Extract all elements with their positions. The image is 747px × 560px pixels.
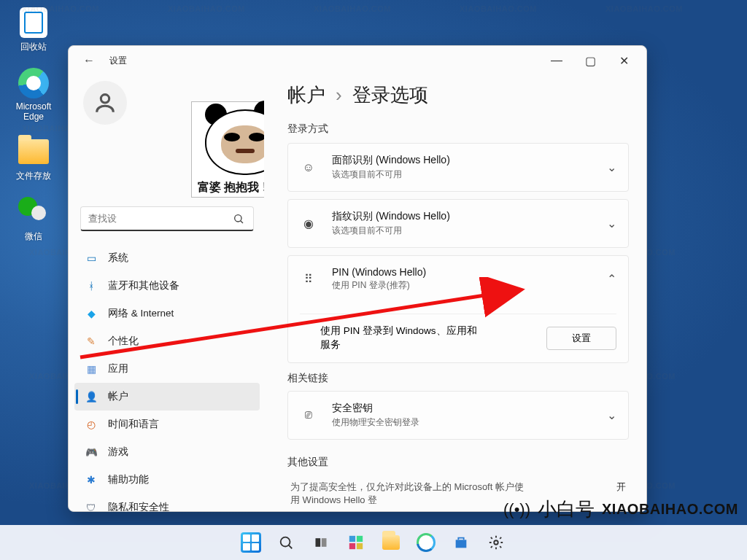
window-title: 设置 <box>109 55 127 67</box>
pin-setup-button[interactable]: 设置 <box>546 327 616 350</box>
nav-accounts[interactable]: 👤帐户 <box>74 383 260 411</box>
related-links-label: 相关链接 <box>287 372 629 385</box>
chevron-right-icon: › <box>336 84 342 106</box>
person-icon <box>93 90 117 115</box>
file-storage-folder[interactable]: 文件存放 <box>7 136 60 182</box>
section-signin-methods: 登录方式 <box>287 122 629 136</box>
svg-rect-6 <box>349 536 355 542</box>
option-pin[interactable]: ⠿ PIN (Windows Hello) 使用 PIN 登录(推荐) ⌃ 使用… <box>287 255 629 363</box>
nav-time-language[interactable]: ◴时间和语言 <box>74 411 260 438</box>
nav-list: ▭系统 ᚼ蓝牙和其他设备 ◆网络 & Internet ✎个性化 ▦应用 👤帐户… <box>74 240 264 511</box>
chevron-down-icon: ⌄ <box>607 217 616 230</box>
svg-point-0 <box>101 95 109 103</box>
nav-gaming[interactable]: 🎮游戏 <box>74 438 260 466</box>
chevron-up-icon: ⌃ <box>607 272 616 286</box>
nav-apps[interactable]: ▦应用 <box>74 355 260 383</box>
taskbar-widgets[interactable] <box>341 528 371 557</box>
broadcast-icon: ((•)) <box>503 500 530 519</box>
pin-icon: ⠿ <box>300 272 317 286</box>
svg-rect-5 <box>322 538 327 547</box>
taskbar-search[interactable] <box>271 528 301 557</box>
nav-privacy[interactable]: 🛡隐私和安全性 <box>74 494 260 511</box>
search-input[interactable] <box>81 213 224 224</box>
taskbar <box>0 525 747 560</box>
nav-personalization[interactable]: ✎个性化 <box>74 327 260 355</box>
svg-rect-7 <box>357 536 363 542</box>
svg-rect-4 <box>316 538 321 547</box>
nav-bluetooth[interactable]: ᚼ蓝牙和其他设备 <box>74 272 260 300</box>
start-button[interactable] <box>236 528 266 557</box>
wifi-icon: ◆ <box>85 307 98 320</box>
settings-window: ← 设置 — ▢ ✕ 富婆 抱抱我 ! <box>68 45 647 512</box>
brush-icon: ✎ <box>85 335 98 348</box>
clock-icon: ◴ <box>85 418 98 431</box>
svg-point-3 <box>281 537 290 547</box>
minimize-button[interactable]: — <box>540 49 573 72</box>
back-button[interactable]: ← <box>80 54 98 67</box>
breadcrumb: 帐户 › 登录选项 <box>287 82 629 108</box>
nav-system[interactable]: ▭系统 <box>74 244 260 272</box>
taskbar-edge[interactable] <box>411 528 441 557</box>
svg-rect-8 <box>349 543 355 549</box>
recycle-bin[interactable]: 回收站 <box>7 7 60 53</box>
desktop-icons: 回收站 Microsoft Edge 文件存放 微信 <box>7 7 60 243</box>
svg-point-10 <box>494 540 498 545</box>
search-box[interactable] <box>80 206 254 231</box>
chevron-down-icon: ⌄ <box>607 160 616 174</box>
option-fingerprint[interactable]: ◉ 指纹识别 (Windows Hello) 该选项目前不可用 ⌄ <box>287 199 629 248</box>
section-other-settings: 其他设置 <box>287 456 629 469</box>
taskbar-explorer[interactable] <box>376 528 406 557</box>
content-scroll[interactable]: 帐户 › 登录选项 登录方式 ☺ 面部识别 (Windows Hello) 该选… <box>287 82 646 504</box>
svg-rect-9 <box>357 543 363 549</box>
taskbar-taskview[interactable] <box>306 528 336 557</box>
crumb-accounts[interactable]: 帐户 <box>287 82 325 108</box>
chevron-down-icon: ⌄ <box>607 408 616 422</box>
taskbar-store[interactable] <box>446 528 476 557</box>
svg-point-1 <box>235 214 241 221</box>
accessibility-icon: ✱ <box>85 473 98 486</box>
wechat[interactable]: 微信 <box>7 197 60 243</box>
option-security-key[interactable]: ⎚ 安全密钥 使用物理安全密钥登录 ⌄ <box>287 391 629 440</box>
avatar <box>83 81 127 125</box>
footer-hint: 为了提高安全性，仅允许对此设备上的 Microsoft 帐户使用 Windows… <box>290 481 524 504</box>
bluetooth-icon: ᚼ <box>85 279 98 292</box>
usb-key-icon: ⎚ <box>300 408 317 421</box>
pin-sub-row: 使用 PIN 登录到 Windows、应用和服务 设置 <box>300 314 616 352</box>
content-pane: 帐户 › 登录选项 登录方式 ☺ 面部识别 (Windows Hello) 该选… <box>264 75 646 511</box>
search-icon[interactable] <box>224 213 253 225</box>
gamepad-icon: 🎮 <box>85 446 98 459</box>
sidebar: 富婆 抱抱我 ! ▭系统 ᚼ蓝牙和其他设备 ◆网络 & Internet ✎个性… <box>69 75 264 511</box>
option-face-recognition[interactable]: ☺ 面部识别 (Windows Hello) 该选项目前不可用 ⌄ <box>287 143 629 192</box>
panda-meme-image: 富婆 抱抱我 ! <box>191 101 264 198</box>
monitor-icon: ▭ <box>85 252 98 265</box>
apps-icon: ▦ <box>85 362 98 376</box>
maximize-button[interactable]: ▢ <box>573 49 607 72</box>
nav-accessibility[interactable]: ✱辅助功能 <box>74 466 260 494</box>
titlebar: ← 设置 — ▢ ✕ <box>69 46 646 75</box>
person-icon: 👤 <box>85 390 98 403</box>
fingerprint-icon: ◉ <box>300 217 317 230</box>
close-button[interactable]: ✕ <box>607 49 640 72</box>
face-icon: ☺ <box>300 161 317 174</box>
page-title: 登录选项 <box>352 82 428 108</box>
footer-toggle-label[interactable]: 开 <box>616 481 626 494</box>
shield-icon: 🛡 <box>85 501 98 511</box>
microsoft-edge[interactable]: Microsoft Edge <box>7 68 60 122</box>
nav-network[interactable]: ◆网络 & Internet <box>74 300 260 327</box>
brand-watermark: ((•)) 小白号 XIAOBAIHAO.COM <box>503 497 738 522</box>
taskbar-settings[interactable] <box>481 528 511 557</box>
